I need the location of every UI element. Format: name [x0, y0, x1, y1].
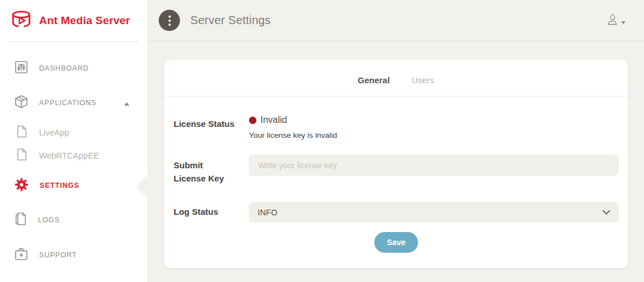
ant-media-logo-icon: [9, 9, 33, 33]
sidebar-item-label: SETTINGS: [40, 181, 79, 190]
user-icon: [606, 13, 619, 29]
sidebar-item-label: LOGS: [38, 216, 60, 224]
log-status-value: INFO: [258, 208, 278, 217]
log-status-label: Log Status: [174, 206, 249, 219]
settings-tabs: General Users: [164, 60, 628, 86]
license-key-field-wrap: [249, 154, 619, 185]
status-dot-icon: [249, 117, 256, 124]
gear-icon: [14, 177, 29, 195]
sidebar-item-applications[interactable]: APPLICATIONS: [0, 89, 148, 117]
kebab-menu-icon[interactable]: [159, 10, 180, 31]
document-clip-icon: [14, 211, 28, 229]
server-settings-card: General Users License Status Invalid You…: [164, 60, 628, 268]
main-column: Server Settings General Users License St…: [148, 0, 644, 282]
package-box-icon: [14, 94, 29, 111]
app-logo[interactable]: Ant Media Server: [0, 0, 148, 41]
sidebar-item-webrtcappee[interactable]: WebRTCAppEE: [0, 144, 148, 167]
sidebar-item-support[interactable]: SUPPORT: [0, 241, 148, 269]
license-status-label: License Status: [174, 115, 249, 140]
license-status-detail: Your license key is invalid: [249, 131, 619, 140]
license-status-line: Invalid: [249, 115, 619, 125]
sidebar-item-label: SUPPORT: [39, 251, 77, 259]
save-button[interactable]: Save: [374, 232, 419, 253]
file-icon: [16, 125, 28, 140]
sidebar-item-label: LiveApp: [39, 128, 69, 137]
sidebar-item-settings[interactable]: SETTINGS: [0, 172, 148, 199]
top-bar: Server Settings: [148, 0, 644, 41]
caret-up-icon[interactable]: [124, 98, 129, 108]
sidebar-item-dashboard[interactable]: DASHBOARD: [0, 55, 148, 82]
chevron-down-icon: [603, 210, 610, 215]
license-status-value-group: Invalid Your license key is invalid: [249, 115, 619, 140]
chevron-down-icon: [621, 21, 626, 24]
license-status-row: License Status Invalid Your license key …: [174, 115, 619, 140]
sidebar-item-logs[interactable]: LOGS: [0, 206, 148, 234]
sidebar-item-label: DASHBOARD: [39, 64, 89, 72]
tab-users[interactable]: Users: [409, 74, 436, 86]
tab-general[interactable]: General: [355, 74, 392, 86]
license-status-value: Invalid: [260, 115, 287, 125]
license-key-input[interactable]: [249, 154, 619, 176]
license-key-label: Submit License Key: [174, 154, 233, 185]
log-status-select[interactable]: INFO: [249, 202, 619, 222]
sidebar: Ant Media Server DASHBOARD: [0, 0, 148, 282]
sidebar-item-label: WebRTCAppEE: [39, 151, 99, 160]
log-status-row: Log Status INFO: [174, 202, 619, 222]
tabs-divider: [164, 96, 628, 96]
sidebar-item-liveapp[interactable]: LiveApp: [0, 121, 148, 144]
app-title: Ant Media Server: [39, 14, 130, 27]
sidebar-nav: DASHBOARD APPLICATIONS: [0, 42, 148, 269]
user-menu[interactable]: [606, 13, 626, 29]
dashboard-sliders-icon: [14, 60, 29, 77]
main-content: General Users License Status Invalid You…: [148, 41, 644, 282]
first-aid-icon: [14, 246, 29, 264]
page-title: Server Settings: [190, 14, 271, 27]
save-row: Save: [174, 232, 619, 253]
file-icon: [16, 148, 28, 163]
license-key-row: Submit License Key: [174, 154, 619, 185]
settings-form: License Status Invalid Your license key …: [164, 115, 628, 253]
sidebar-item-label: APPLICATIONS: [39, 99, 97, 107]
